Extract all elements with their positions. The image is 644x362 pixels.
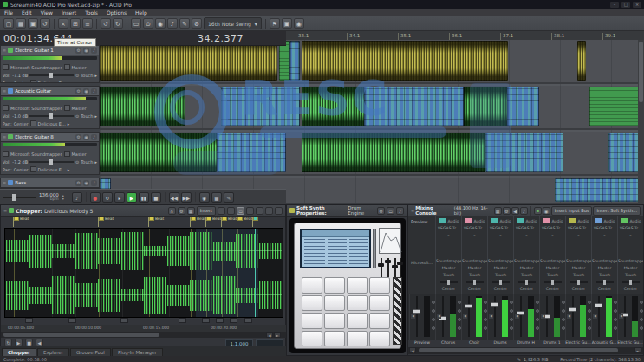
channel-device[interactable]: Soundmapper (514, 259, 539, 263)
meter-options-icon[interactable]: ◀ (567, 314, 571, 319)
erase-tool-icon[interactable]: ✎ (179, 18, 190, 29)
scrollbar-thumb[interactable] (419, 348, 618, 352)
copy-icon[interactable]: ⊞ (70, 18, 81, 29)
audio-clip[interactable] (217, 133, 286, 172)
channel-track[interactable]: VEGAS Tr... (592, 226, 617, 230)
marker-tag[interactable] (202, 318, 210, 323)
channel-automation[interactable]: Touch (618, 273, 643, 277)
drag-handle-icon[interactable]: ≡ (3, 88, 6, 94)
tab-explorer[interactable]: Explorer (37, 348, 69, 356)
automation-settings-icon[interactable]: ⚙ (75, 180, 81, 186)
track-name[interactable]: Acoustic Guitar (15, 88, 74, 94)
channel-pan-slider[interactable] (492, 281, 510, 283)
channel-automation[interactable]: Touch (566, 273, 591, 277)
synth-mute-icon[interactable]: ♪ (396, 207, 404, 215)
chopper-position-box[interactable]: 1.1.000 (225, 339, 253, 346)
menu-tools[interactable]: Tools (81, 10, 102, 16)
chopper-insert-button[interactable]: Insert (197, 206, 216, 216)
close-button[interactable]: × (633, 2, 641, 8)
drag-handle-icon[interactable]: ≡ (3, 134, 6, 139)
snap-magnet-icon[interactable]: ∩ (168, 207, 176, 215)
channel-bus[interactable]: Master (618, 266, 643, 270)
chopper-titlebar[interactable]: ≡ Chopper: Delicious Melody 5 ∩ ⚙ ▦ Inse… (1, 205, 285, 217)
channel-device[interactable]: Soundmapper (462, 259, 487, 263)
play-button[interactable]: ▶ (127, 192, 137, 203)
track-name-row[interactable]: ≡ Bass ⚙ ◉ ♪ (1, 178, 99, 188)
menu-edit[interactable]: Edit (17, 10, 36, 16)
go-to-end-button[interactable]: ▶▶ (181, 192, 192, 203)
chopper-waveform[interactable] (4, 228, 283, 318)
insert-marker-icon[interactable]: ⚑ (534, 207, 542, 215)
drum-pad[interactable] (302, 277, 322, 294)
drum-pad[interactable] (347, 277, 368, 294)
track-name-row[interactable]: ≡ Electric Guitar 8 ⚙ ◉ ♪ (1, 133, 99, 142)
pan-value[interactable]: Center (14, 167, 29, 172)
mute-icon[interactable]: ◉ (83, 48, 89, 54)
channel-track[interactable]: VEGAS Tr... (618, 226, 643, 230)
automation-mode-icon[interactable]: ⊙ (75, 113, 79, 119)
automation-settings-icon[interactable]: ⚙ (75, 88, 81, 94)
channel-pan-slider[interactable] (440, 281, 458, 283)
drum-pad[interactable] (369, 313, 390, 329)
pause-button[interactable]: ▮▮ (139, 192, 149, 203)
channel-bus[interactable]: Master (540, 266, 565, 270)
channel-track[interactable]: VEGAS Tr... (566, 226, 591, 230)
channel-pan-slider[interactable] (622, 281, 640, 283)
channel-automation[interactable]: Touch (592, 273, 617, 277)
audio-clip[interactable] (555, 178, 644, 202)
touch-label[interactable]: Touch (81, 159, 93, 165)
track-bus[interactable]: Master (72, 65, 87, 70)
drum-pad[interactable] (347, 295, 368, 312)
envelope-tool-icon[interactable]: ◉ (155, 18, 166, 29)
audio-clip[interactable] (100, 41, 277, 81)
track-name-row[interactable]: ≡ Electric Guitar 1 ⚙ ◉ ♪ (1, 46, 99, 55)
double-selection-icon[interactable] (256, 207, 263, 215)
maximize-button[interactable]: □ (621, 2, 630, 8)
measures-beats-value[interactable]: 34.2.377 (198, 33, 244, 44)
insert-soft-synth-button[interactable]: Insert Soft Synth... (593, 206, 641, 216)
tab-plugin-manager[interactable]: Plug-In Manager (112, 348, 163, 356)
volume-slider[interactable] (29, 115, 74, 117)
scroll-right-icon[interactable]: ► (634, 347, 641, 353)
track-device[interactable]: Microsoft Soundmapper (10, 106, 62, 111)
metronome-button[interactable]: ♪ (72, 192, 82, 203)
chopper-stop-button[interactable]: ■ (25, 339, 33, 346)
audio-clip[interactable] (221, 87, 300, 126)
mute-icon[interactable]: ◉ (83, 134, 89, 140)
menu-file[interactable]: File (0, 10, 17, 16)
synth-freeze-icon[interactable]: ▭ (387, 207, 394, 215)
groove-name[interactable]: Delicious E... (38, 167, 66, 172)
drum-pad[interactable] (347, 313, 368, 329)
fx-chain-icon[interactable] (30, 80, 36, 83)
pan-value[interactable]: Center (14, 121, 29, 126)
chopper-settings-icon[interactable]: ⚙ (178, 207, 185, 215)
new-project-icon[interactable]: ▢ (3, 18, 14, 29)
automation-mode-icon[interactable]: ⊙ (75, 159, 79, 165)
audio-clip[interactable] (464, 87, 507, 126)
marker-tag[interactable] (25, 318, 33, 323)
audio-clip[interactable] (279, 41, 289, 81)
chopper-time-ruler[interactable]: 00:00:05.000 00:00:10.000 00:00:15.000 0… (1, 325, 287, 332)
drum-pad[interactable] (324, 313, 345, 329)
audio-clip[interactable] (100, 133, 217, 172)
track-device[interactable]: Microsoft Soundmapper (10, 65, 62, 70)
track-name[interactable]: Bass (15, 180, 74, 185)
solo-icon[interactable]: ♪ (91, 180, 97, 186)
paste-icon[interactable]: ≡ (82, 18, 93, 29)
audio-clip[interactable] (302, 133, 485, 172)
grid-icon[interactable]: ▦ (187, 207, 195, 215)
snap-settings-icon[interactable]: ⚙ (192, 18, 202, 29)
paint-tool-icon[interactable]: ♪ (167, 18, 178, 29)
channel-device[interactable]: Soundmapper (540, 259, 565, 263)
what-is-this-icon[interactable]: ◉ (294, 18, 304, 29)
caret-right-icon[interactable]: ▸ (94, 73, 97, 78)
tab-chopper[interactable]: Chopper (2, 348, 36, 356)
marker-tag[interactable] (216, 318, 224, 323)
caret-right-icon[interactable]: ▸ (94, 113, 97, 119)
volume-value[interactable]: -7.2 dB (12, 159, 28, 165)
audio-clip[interactable] (302, 41, 508, 81)
channel-track[interactable]: VEGAS Tr... (462, 226, 487, 230)
play-from-start-button[interactable]: ▸ (114, 192, 125, 203)
mixer-views-icon[interactable]: ▦ (494, 207, 502, 215)
meter-options-icon[interactable]: ◀ (463, 314, 467, 319)
